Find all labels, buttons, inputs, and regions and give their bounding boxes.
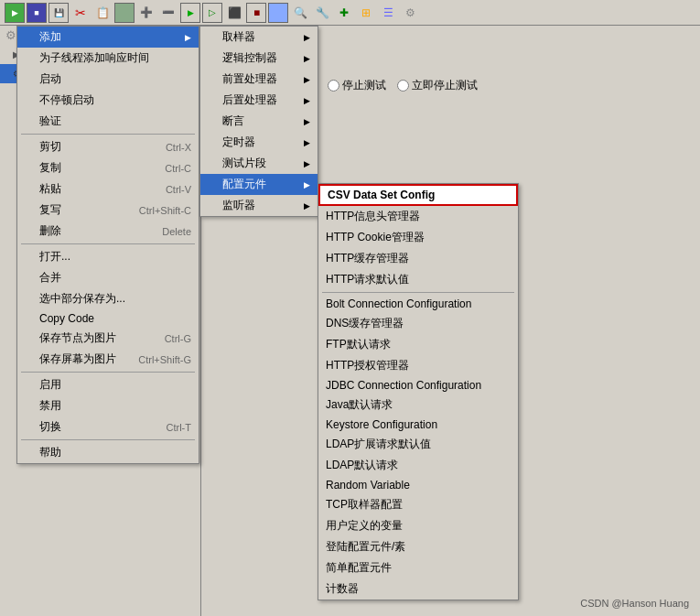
toolbar-icon-11[interactable]: ⬛	[224, 3, 244, 23]
menu-item-open-label: 打开...	[39, 249, 70, 265]
menu-item-merge-label: 合并	[39, 270, 61, 286]
menu-item-add[interactable]: 添加 ▶	[17, 27, 199, 48]
menu-item-ldap-defaults[interactable]: LDAP默认请求	[318, 455, 518, 476]
menu-item-ldap-ext[interactable]: LDAP扩展请求默认值	[318, 434, 518, 455]
menu-item-http-header[interactable]: HTTP信息头管理器	[318, 206, 518, 227]
menu-item-jdbc[interactable]: JDBC Connection Configuration	[318, 376, 518, 394]
toolbar-icon-13[interactable]	[268, 3, 288, 23]
menu-item-dns[interactable]: DNS缓存管理器	[318, 313, 518, 334]
toolbar-icon-8[interactable]: ➖	[158, 3, 178, 23]
menu-item-save-screen-img-label: 保存屏幕为图片	[39, 351, 116, 367]
menu-item-tcp-config[interactable]: TCP取样器配置	[318, 494, 518, 515]
submenu-arrow-sampler: ▶	[304, 33, 310, 42]
menu-item-http-cache[interactable]: HTTP缓存管理器	[318, 248, 518, 269]
menu-item-csv[interactable]: CSV Data Set Config	[318, 184, 518, 206]
submenu-arrow-assertion: ▶	[304, 117, 310, 126]
menu-item-save-selection[interactable]: 选中部分保存为...	[17, 288, 199, 309]
menu-item-ftp[interactable]: FTP默认请求	[318, 334, 518, 355]
toolbar-icon-9[interactable]: ▶	[180, 3, 200, 23]
menu-item-http-auth[interactable]: HTTP授权管理器	[318, 355, 518, 376]
menu-item-simple-config[interactable]: 简单配置元件	[318, 557, 518, 578]
toolbar-icon-2[interactable]: ■	[27, 3, 47, 23]
menu-item-merge[interactable]: 合并	[17, 267, 199, 288]
menu-item-copy-label: 复制	[39, 160, 61, 176]
menu-item-config[interactable]: 配置元件 ▶	[200, 174, 318, 195]
toolbar-icon-5[interactable]: 📋	[92, 3, 113, 23]
menu-item-copy[interactable]: 复制 Ctrl-C	[17, 157, 199, 178]
menu-item-test-fragment-label: 测试片段	[222, 156, 266, 171]
toolbar-icon-3[interactable]: 💾	[48, 3, 69, 23]
menu-item-test-fragment[interactable]: 测试片段 ▶	[200, 153, 318, 174]
context-menu-1: 添加 ▶ 为子线程添加响应时间 启动 不停顿启动 验证 剪切 Ctrl-X 复制…	[16, 26, 199, 464]
toolbar-icon-19[interactable]: ⚙	[400, 3, 420, 23]
separator-4	[21, 439, 195, 440]
menu-item-listener-label: 监听器	[222, 198, 255, 213]
menu-item-bolt[interactable]: Bolt Connection Configuration	[318, 295, 518, 313]
toolbar-icon-18[interactable]: ☰	[378, 3, 398, 23]
toolbar-icon-17[interactable]: ⊞	[356, 3, 376, 23]
submenu-arrow-timer: ▶	[304, 138, 310, 147]
toolbar-icon-4[interactable]: ✂	[70, 3, 91, 23]
menu-item-ldap-defaults-label: LDAP默认请求	[326, 458, 398, 473]
watermark: CSDN @Hanson Huang	[580, 598, 689, 609]
menu-item-csv-label: CSV Data Set Config	[328, 189, 435, 201]
toolbar-icon-16[interactable]: ✚	[334, 3, 354, 23]
menu-item-http-defaults[interactable]: HTTP请求默认值	[318, 269, 518, 290]
stop-now-option[interactable]: 立即停止测试	[397, 78, 478, 93]
menu-item-start-no-pause[interactable]: 不停顿启动	[17, 90, 199, 111]
menu-item-save-node-img-shortcut: Ctrl-G	[165, 333, 191, 344]
submenu-arrow-config: ▶	[304, 180, 310, 189]
menu-item-disable[interactable]: 禁用	[17, 395, 199, 416]
menu-item-paste[interactable]: 粘贴 Ctrl-V	[17, 178, 199, 200]
toolbar-icon-10[interactable]: ▷	[202, 3, 222, 23]
menu-item-logic-controller[interactable]: 逻辑控制器 ▶	[200, 48, 318, 69]
menu-item-start[interactable]: 启动	[17, 69, 199, 90]
stop-now-radio[interactable]	[397, 80, 409, 92]
menu-item-help[interactable]: 帮助	[17, 442, 199, 463]
stop-test-radio[interactable]	[328, 80, 339, 92]
menu-item-listener[interactable]: 监听器 ▶	[200, 195, 318, 216]
menu-item-cut[interactable]: 剪切 Ctrl-X	[17, 136, 199, 157]
menu-item-config-label: 配置元件	[222, 177, 266, 192]
menu-item-duplicate[interactable]: 复写 Ctrl+Shift-C	[17, 200, 199, 221]
toolbar-icon-1[interactable]: ▶	[5, 3, 25, 23]
menu-item-save-node-img[interactable]: 保存节点为图片 Ctrl-G	[17, 328, 199, 349]
menu-item-save-screen-img-shortcut: Ctrl+Shift-G	[138, 354, 191, 365]
menu-item-login-config[interactable]: 登陆配置元件/素	[318, 536, 518, 557]
menu-item-start-label: 启动	[39, 71, 61, 87]
menu-item-open[interactable]: 打开...	[17, 246, 199, 267]
menu-item-toggle[interactable]: 切换 Ctrl-T	[17, 416, 199, 438]
menu-item-duplicate-label: 复写	[39, 202, 61, 218]
menu-item-validate[interactable]: 验证	[17, 111, 199, 132]
menu-item-add-response-time[interactable]: 为子线程添加响应时间	[17, 48, 199, 69]
menu-item-random-var[interactable]: Random Variable	[318, 476, 518, 494]
menu-item-enable[interactable]: 启用	[17, 374, 199, 395]
menu-item-counter[interactable]: 计数器	[318, 578, 518, 600]
toolbar-icon-12[interactable]: ⏹	[246, 3, 266, 23]
menu-item-duplicate-shortcut: Ctrl+Shift-C	[139, 205, 191, 216]
menu-item-timer[interactable]: 定时器 ▶	[200, 132, 318, 153]
menu-item-delete-shortcut: Delete	[162, 226, 191, 237]
menu-item-post-processor[interactable]: 后置处理器 ▶	[200, 90, 318, 111]
toolbar-icon-14[interactable]: 🔍	[290, 3, 310, 23]
toolbar-icon-15[interactable]: 🔧	[312, 3, 332, 23]
menu-item-ldap-ext-label: LDAP扩展请求默认值	[326, 437, 431, 452]
menu-item-user-vars[interactable]: 用户定义的变量	[318, 515, 518, 536]
menu-item-ftp-label: FTP默认请求	[326, 337, 391, 352]
separator-3	[21, 372, 195, 373]
menu-item-pre-processor[interactable]: 前置处理器 ▶	[200, 69, 318, 90]
menu-item-save-screen-img[interactable]: 保存屏幕为图片 Ctrl+Shift-G	[17, 349, 199, 370]
menu-item-copy-code[interactable]: Copy Code	[17, 309, 199, 328]
stop-test-option[interactable]: 停止测试	[328, 78, 386, 93]
toolbar-icon-6[interactable]	[114, 3, 135, 23]
menu-item-logic-controller-label: 逻辑控制器	[222, 50, 277, 66]
menu-item-sampler[interactable]: 取样器 ▶	[200, 27, 318, 48]
menu-item-paste-label: 粘贴	[39, 181, 61, 197]
menu-item-delete[interactable]: 删除 Delete	[17, 221, 199, 242]
toolbar-icon-7[interactable]: ➕	[136, 3, 156, 23]
menu-item-java-defaults[interactable]: Java默认请求	[318, 394, 518, 416]
menu-item-assertion[interactable]: 断言 ▶	[200, 111, 318, 132]
menu-item-keystore[interactable]: Keystore Configuration	[318, 416, 518, 434]
menu-item-random-var-label: Random Variable	[326, 479, 410, 492]
menu-item-http-cookie[interactable]: HTTP Cookie管理器	[318, 227, 518, 248]
